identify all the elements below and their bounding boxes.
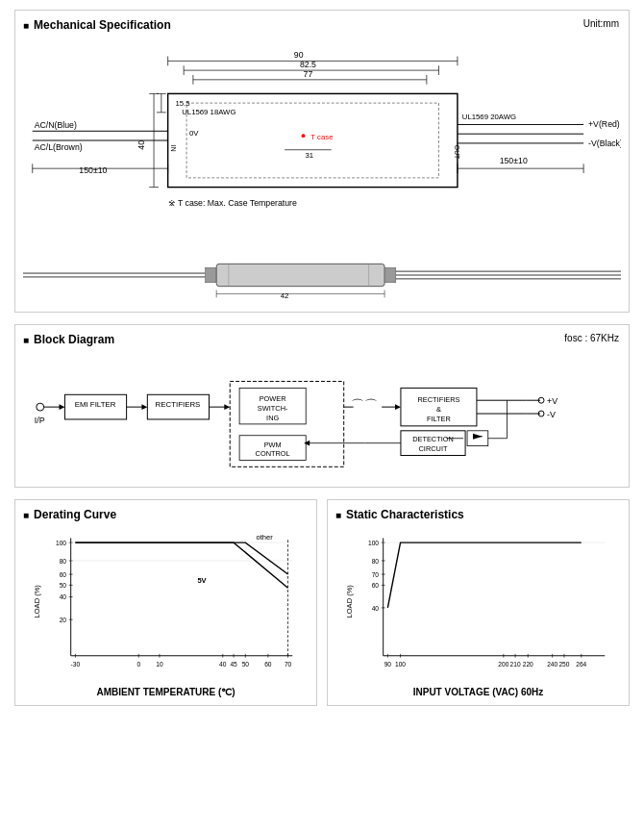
unit-label: Unit:mm — [583, 18, 619, 29]
svg-text:70: 70 — [372, 571, 380, 578]
svg-text:※ T case: Max. Case Temperatur: ※ T case: Max. Case Temperature — [168, 198, 297, 208]
svg-text:100: 100 — [56, 540, 66, 546]
svg-text:SWITCH-: SWITCH- — [258, 404, 288, 413]
svg-text:-V: -V — [547, 410, 556, 419]
svg-text:AC/L(Brown): AC/L(Brown) — [35, 142, 83, 152]
svg-text:EMI FILTER: EMI FILTER — [75, 400, 116, 409]
svg-text:⌒⌒: ⌒⌒ — [351, 397, 378, 413]
svg-text:80: 80 — [372, 558, 380, 565]
svg-text:50: 50 — [60, 582, 67, 589]
svg-text:POWER: POWER — [260, 394, 286, 403]
svg-marker-74 — [224, 404, 230, 410]
svg-text:PWM: PWM — [264, 441, 282, 449]
svg-marker-103 — [473, 434, 483, 440]
svg-rect-101 — [467, 431, 488, 446]
svg-marker-66 — [60, 404, 65, 410]
mech-svg: AC/N(Blue) AC/L(Brown) 150±10 90 — [23, 39, 621, 241]
svg-text:0: 0 — [136, 661, 140, 668]
svg-text:DETECTION: DETECTION — [412, 435, 454, 443]
block-diagram-svg: I/P EMI FILTER RECTIFIERS — [23, 354, 621, 479]
side-view-svg: 42 — [23, 246, 621, 304]
svg-rect-52 — [216, 264, 384, 286]
svg-text:90: 90 — [294, 50, 304, 60]
svg-text:+V: +V — [547, 396, 557, 406]
svg-text:250: 250 — [558, 661, 569, 668]
svg-text:CIRCUIT: CIRCUIT — [419, 444, 448, 453]
svg-text:210: 210 — [510, 661, 521, 668]
svg-text:CONTROL: CONTROL — [256, 449, 290, 458]
svg-text:LOAD (%): LOAD (%) — [345, 585, 354, 618]
svg-rect-55 — [384, 267, 396, 283]
svg-text:LOAD (%): LOAD (%) — [33, 585, 41, 618]
svg-text:+V(Red): +V(Red) — [588, 119, 620, 129]
static-block: Static Characteristics LOAD (%) 100 80 7… — [327, 499, 630, 706]
svg-text:UL1569 20AWG: UL1569 20AWG — [462, 113, 516, 121]
derating-xlabel: AMBIENT TEMPERATURE (℃) — [23, 687, 309, 697]
svg-text:150±10: 150±10 — [500, 156, 528, 165]
svg-text:90: 90 — [384, 661, 392, 668]
curves-section: Derating Curve LOAD (%) 100 80 60 50 40 — [14, 499, 630, 706]
svg-text:OUT: OUT — [454, 145, 460, 159]
side-view: 42 — [23, 246, 621, 304]
svg-text:50: 50 — [242, 661, 250, 668]
mech-title: Mechanical Specification — [23, 18, 621, 32]
svg-text:UL1569 18AWG: UL1569 18AWG — [182, 108, 235, 116]
svg-marker-86 — [395, 404, 401, 410]
svg-text:31: 31 — [306, 151, 314, 160]
svg-text:40: 40 — [136, 140, 146, 150]
svg-text:15.5: 15.5 — [175, 99, 189, 108]
svg-text:264: 264 — [576, 661, 586, 668]
mechanical-section: Mechanical Specification Unit:mm AC/N(Bl… — [14, 10, 630, 313]
page: Mechanical Specification Unit:mm AC/N(Bl… — [0, 0, 644, 725]
derating-svg: LOAD (%) 100 80 60 50 40 20 — [23, 529, 309, 683]
svg-marker-70 — [141, 404, 147, 410]
svg-text:240: 240 — [547, 661, 557, 668]
svg-text:220: 220 — [523, 661, 533, 668]
svg-text:60: 60 — [372, 582, 380, 589]
svg-text:10: 10 — [156, 661, 163, 668]
derating-block: Derating Curve LOAD (%) 100 80 60 50 40 — [14, 499, 317, 706]
fosc-label: fosc : 67KHz — [564, 333, 619, 343]
svg-point-33 — [302, 134, 306, 138]
svg-text:70: 70 — [285, 661, 292, 668]
svg-rect-51 — [206, 267, 217, 283]
svg-text:other: other — [257, 533, 274, 542]
svg-text:RECTIFIERS: RECTIFIERS — [417, 395, 459, 404]
svg-text:200: 200 — [498, 661, 508, 668]
svg-text:0V: 0V — [189, 129, 199, 138]
svg-text:AC/N(Blue): AC/N(Blue) — [35, 120, 77, 130]
svg-text:60: 60 — [264, 661, 272, 668]
svg-text:T case: T case — [310, 133, 333, 141]
svg-text:80: 80 — [60, 558, 67, 565]
svg-text:IN: IN — [170, 145, 177, 152]
svg-text:77: 77 — [304, 69, 313, 79]
svg-text:5V: 5V — [197, 576, 206, 585]
svg-text:&: & — [436, 405, 441, 414]
block-title: Block Diagram — [23, 333, 621, 346]
block-diagram: I/P EMI FILTER RECTIFIERS — [23, 354, 621, 479]
svg-text:-V(Black): -V(Black) — [588, 139, 621, 148]
static-xlabel: INPUT VOLTAGE (VAC) 60Hz — [335, 687, 621, 697]
derating-title: Derating Curve — [23, 508, 309, 521]
svg-marker-110 — [304, 441, 310, 446]
svg-text:-30: -30 — [71, 661, 81, 668]
svg-text:40: 40 — [372, 605, 380, 612]
svg-text:100: 100 — [368, 540, 379, 546]
svg-text:150±10: 150±10 — [79, 165, 107, 175]
svg-text:I/P: I/P — [35, 416, 45, 425]
svg-text:RECTIFIERS: RECTIFIERS — [156, 400, 201, 409]
svg-text:45: 45 — [230, 661, 237, 668]
svg-text:FILTER: FILTER — [427, 415, 451, 423]
block-section: Block Diagram fosc : 67KHz I/P EMI FILTE… — [14, 324, 630, 488]
svg-text:40: 40 — [219, 661, 227, 668]
static-svg: LOAD (%) 100 80 70 60 40 90 10 — [335, 529, 621, 683]
svg-text:60: 60 — [60, 571, 67, 578]
svg-text:40: 40 — [60, 593, 67, 600]
svg-point-63 — [37, 403, 44, 411]
svg-text:82.5: 82.5 — [300, 60, 316, 69]
svg-text:ING: ING — [266, 414, 279, 422]
svg-text:20: 20 — [60, 617, 67, 623]
mech-diagram: AC/N(Blue) AC/L(Brown) 150±10 90 — [23, 39, 621, 241]
svg-text:100: 100 — [395, 661, 406, 668]
static-title: Static Characteristics — [335, 508, 621, 521]
